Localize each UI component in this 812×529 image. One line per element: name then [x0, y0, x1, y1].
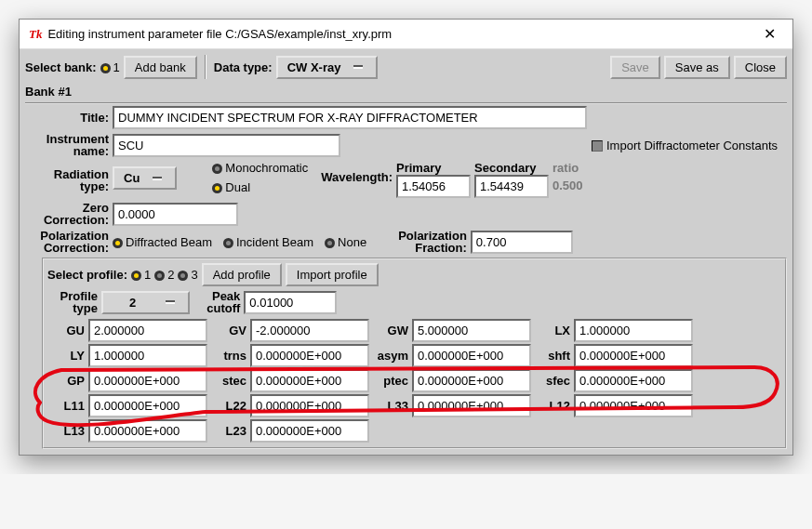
secondary-input[interactable]: [474, 175, 549, 198]
parameter-table: GU GV GW LX LY trns asym shft: [47, 318, 695, 443]
beam-mode-group: Monochromatic Dual: [212, 161, 308, 194]
param-input-trns[interactable]: [250, 344, 369, 367]
data-type-label: Data type:: [214, 60, 273, 74]
table-row: GP stec ptec sfec: [47, 368, 695, 393]
zero-correction-input[interactable]: [113, 203, 238, 226]
dual-radio[interactable]: Dual: [212, 180, 308, 194]
radiation-type-label: Radiationtype:: [25, 161, 109, 192]
table-row: L13 L23: [47, 418, 695, 443]
param-input-L33[interactable]: [412, 394, 531, 417]
title-label: Title:: [25, 111, 109, 125]
param-label-L11: L11: [47, 393, 87, 418]
param-label-stec: stec: [209, 368, 248, 393]
polarization-fraction-label: PolarizationFraction:: [398, 230, 467, 254]
bank-radio-1[interactable]: 1: [100, 60, 120, 74]
diffracted-beam-radio[interactable]: Diffracted Beam: [113, 235, 212, 249]
dropdown-indicator-icon: [353, 65, 363, 69]
dropdown-indicator-icon: [153, 177, 162, 180]
primary-label: Primary: [396, 161, 471, 175]
param-label-GP: GP: [47, 368, 87, 393]
instrument-name-label: Instrumentname:: [25, 133, 109, 157]
profile-type-label: Profiletype: [47, 290, 98, 314]
param-input-ptec[interactable]: [412, 369, 531, 392]
param-input-LY[interactable]: [88, 344, 207, 367]
param-label-GW: GW: [371, 318, 410, 343]
select-profile-label: Select profile:: [47, 268, 127, 282]
param-input-GV[interactable]: [250, 319, 369, 342]
radiation-element-dropdown[interactable]: Cu: [113, 166, 177, 190]
profile-radio-2[interactable]: 2: [154, 268, 174, 282]
param-input-L12[interactable]: [574, 394, 693, 417]
secondary-label: Secondary: [474, 161, 549, 175]
import-diff-checkbox[interactable]: Import Diffractometer Constants: [592, 139, 778, 152]
profile-section: Select profile: 1 2 3 Add profile Import…: [42, 258, 787, 449]
data-type-dropdown[interactable]: CW X-ray: [276, 56, 379, 79]
param-label-L13: L13: [47, 418, 87, 443]
tk-icon: Tk: [29, 27, 42, 42]
param-input-L11[interactable]: [88, 394, 207, 417]
bank-header: Bank #1: [25, 83, 787, 104]
dropdown-indicator-icon: [166, 300, 175, 304]
table-row: GU GV GW LX: [47, 318, 695, 343]
param-input-L23[interactable]: [250, 419, 369, 443]
top-toolbar: Select bank: 1 Add bank Data type: CW X-…: [25, 55, 787, 79]
radiation-element-value: Cu: [124, 171, 140, 185]
table-row: L11 L22 L33 L12: [47, 393, 695, 418]
param-input-L22[interactable]: [250, 394, 369, 417]
param-label-L23: L23: [209, 418, 248, 443]
zero-correction-label: ZeroCorrection:: [25, 202, 109, 226]
profile-radio-3[interactable]: 3: [178, 268, 197, 282]
close-icon[interactable]: ✕: [755, 25, 783, 43]
param-input-LX[interactable]: [574, 319, 693, 342]
add-profile-button[interactable]: Add profile: [202, 263, 282, 286]
param-label-GU: GU: [47, 318, 87, 343]
wavelength-primary-group: Primary: [396, 161, 471, 198]
param-label-shft: shft: [533, 343, 572, 368]
param-input-shft[interactable]: [574, 344, 693, 367]
param-label-LX: LX: [533, 318, 572, 343]
title-input[interactable]: [113, 106, 587, 129]
save-button[interactable]: Save: [610, 56, 660, 79]
param-input-asym[interactable]: [412, 344, 531, 367]
ratio-label: ratio: [552, 161, 583, 175]
param-input-GP[interactable]: [88, 369, 207, 392]
close-button[interactable]: Close: [734, 56, 787, 79]
param-input-sfec[interactable]: [574, 369, 693, 392]
param-label-LY: LY: [47, 343, 87, 368]
peak-cutoff-label: Peakcutoff: [206, 290, 240, 314]
titlebar: Tk Editing instrument parameter file C:/…: [20, 20, 792, 49]
polarization-fraction-input[interactable]: [471, 231, 573, 254]
profile-type-dropdown[interactable]: 2: [101, 291, 190, 314]
import-profile-button[interactable]: Import profile: [286, 263, 379, 286]
monochromatic-radio[interactable]: Monochromatic: [212, 161, 308, 175]
param-label-trns: trns: [209, 343, 248, 368]
incident-beam-radio[interactable]: Incident Beam: [223, 235, 313, 249]
param-label-asym: asym: [371, 343, 410, 368]
profile-radio-1[interactable]: 1: [131, 268, 151, 282]
data-type-value: CW X-ray: [287, 60, 341, 74]
param-input-GW[interactable]: [412, 319, 531, 342]
param-input-L13[interactable]: [88, 419, 207, 443]
wavelength-ratio-group: ratio 0.500: [552, 161, 583, 192]
param-input-stec[interactable]: [250, 369, 369, 392]
polarization-correction-label: PolarizationCorrection:: [25, 230, 109, 254]
none-radio[interactable]: None: [325, 235, 366, 249]
param-input-GU[interactable]: [88, 319, 207, 342]
content-area: Select bank: 1 Add bank Data type: CW X-…: [20, 49, 792, 455]
wavelength-label: Wavelength:: [321, 161, 393, 184]
select-bank-label: Select bank:: [25, 60, 97, 74]
add-bank-button[interactable]: Add bank: [124, 56, 197, 79]
table-row: LY trns asym shft: [47, 343, 695, 368]
param-label-GV: GV: [209, 318, 248, 343]
param-label-L22: L22: [209, 393, 248, 418]
save-as-button[interactable]: Save as: [664, 56, 730, 79]
peak-cutoff-input[interactable]: [244, 291, 337, 314]
primary-input[interactable]: [396, 175, 471, 198]
instrument-name-input[interactable]: [113, 134, 340, 157]
param-label-L33: L33: [371, 393, 410, 418]
window-title: Editing instrument parameter file C:/GSA…: [47, 27, 755, 41]
separator: [205, 55, 206, 79]
editor-window: Tk Editing instrument parameter file C:/…: [19, 19, 793, 456]
wavelength-secondary-group: Secondary: [474, 161, 549, 198]
param-label-L12: L12: [533, 393, 572, 418]
